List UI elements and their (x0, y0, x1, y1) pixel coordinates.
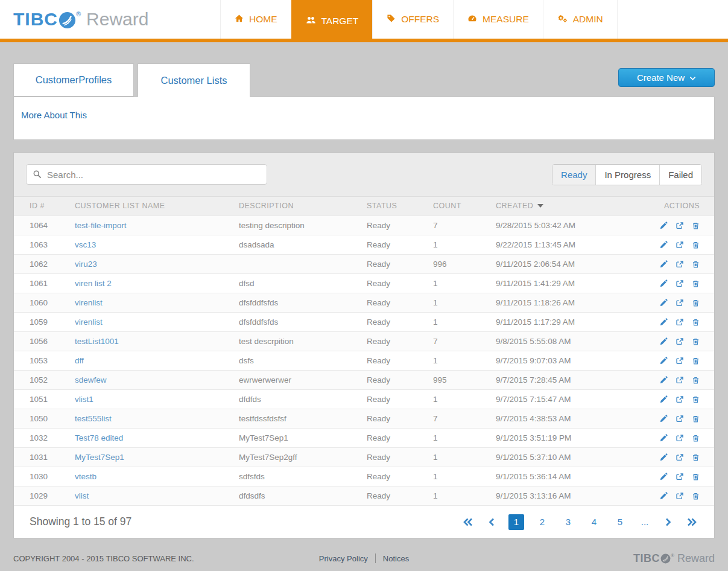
customer-list-name-link[interactable]: vlist1 (75, 395, 93, 404)
delete-icon[interactable] (692, 260, 700, 269)
column-header-name[interactable]: CUSTOMER LIST NAME (69, 197, 233, 215)
row-created: 9/11/2015 1:17:29 AM (490, 312, 646, 331)
edit-icon[interactable] (659, 492, 668, 500)
delete-icon[interactable] (692, 279, 700, 288)
row-created: 9/1/2015 3:13:16 AM (490, 486, 646, 505)
table-row: 1030 vtestb sdfsfds Ready 1 9/1/2015 5:3… (14, 467, 714, 486)
delete-icon[interactable] (692, 473, 700, 481)
column-header-created[interactable]: CREATED (490, 197, 646, 215)
customer-list-name-link[interactable]: virenlist (75, 317, 103, 327)
tab-customer-profiles[interactable]: CustomerProfiles (13, 63, 134, 97)
column-header-count[interactable]: COUNT (428, 197, 490, 215)
edit-icon[interactable] (659, 415, 668, 423)
delete-icon[interactable] (692, 415, 700, 423)
page-button-3[interactable]: 3 (560, 514, 576, 530)
delete-icon[interactable] (692, 357, 700, 365)
customer-list-name-link[interactable]: viru23 (75, 260, 97, 269)
edit-icon[interactable] (659, 279, 668, 288)
open-external-icon[interactable] (676, 376, 684, 384)
open-external-icon[interactable] (676, 299, 684, 307)
footer-links: Privacy Policy Notices (319, 553, 409, 563)
row-actions (646, 409, 714, 428)
delete-icon[interactable] (692, 318, 700, 327)
row-id: 1059 (14, 312, 69, 331)
column-header-id[interactable]: ID # (14, 197, 69, 215)
open-external-icon[interactable] (676, 318, 684, 327)
customer-list-name-link[interactable]: test-file-import (75, 221, 127, 230)
page-button-5[interactable]: 5 (612, 514, 628, 530)
nav-item-offers[interactable]: OFFERS (372, 0, 453, 39)
open-external-icon[interactable] (676, 492, 684, 500)
nav-item-home[interactable]: HOME (220, 0, 291, 39)
edit-icon[interactable] (659, 376, 668, 384)
tab-customer-lists[interactable]: Customer Lists (138, 63, 250, 97)
open-external-icon[interactable] (676, 241, 684, 249)
row-description: dfsfddfsfds (233, 312, 361, 331)
edit-icon[interactable] (659, 434, 668, 442)
open-external-icon[interactable] (676, 395, 684, 404)
customer-list-name-link[interactable]: vtestb (75, 472, 97, 481)
edit-icon[interactable] (659, 222, 668, 230)
customer-list-name-link[interactable]: dff (75, 356, 84, 365)
open-external-icon[interactable] (676, 279, 684, 288)
delete-icon[interactable] (692, 337, 700, 346)
delete-icon[interactable] (692, 395, 700, 404)
customer-list-name-link[interactable]: sdewfew (75, 375, 107, 384)
filter-ready-button[interactable]: Ready (552, 165, 595, 185)
delete-icon[interactable] (692, 453, 700, 462)
nav-item-measure[interactable]: MEASURE (453, 0, 543, 39)
delete-icon[interactable] (692, 492, 700, 500)
edit-icon[interactable] (659, 318, 668, 327)
open-external-icon[interactable] (676, 260, 684, 269)
column-header-description[interactable]: DESCRIPTION (233, 197, 361, 215)
nav-item-target[interactable]: TARGET (291, 0, 373, 42)
open-external-icon[interactable] (676, 222, 684, 230)
delete-icon[interactable] (692, 376, 700, 384)
open-external-icon[interactable] (676, 357, 684, 365)
open-external-icon[interactable] (676, 337, 684, 346)
more-about-this-link[interactable]: More About This (21, 110, 87, 120)
delete-icon[interactable] (692, 299, 700, 307)
edit-icon[interactable] (659, 337, 668, 346)
next-page-button[interactable] (662, 518, 675, 526)
row-count: 1 (428, 447, 490, 467)
first-page-button[interactable] (461, 518, 475, 526)
edit-icon[interactable] (659, 299, 668, 307)
open-external-icon[interactable] (676, 434, 684, 442)
edit-icon[interactable] (659, 260, 668, 269)
page-button-1[interactable]: 1 (508, 514, 524, 530)
open-external-icon[interactable] (676, 415, 684, 423)
open-external-icon[interactable] (676, 473, 684, 481)
edit-icon[interactable] (659, 395, 668, 404)
page-button-2[interactable]: 2 (534, 514, 550, 530)
customer-list-name-link[interactable]: test555list (75, 414, 112, 423)
nav-item-admin[interactable]: ADMIN (543, 0, 618, 39)
last-page-button[interactable] (685, 518, 698, 526)
privacy-policy-link[interactable]: Privacy Policy (319, 554, 368, 563)
customer-list-name-link[interactable]: testList1001 (75, 337, 119, 346)
customer-list-name-link[interactable]: viren list 2 (75, 279, 112, 288)
edit-icon[interactable] (659, 473, 668, 481)
open-external-icon[interactable] (676, 453, 684, 462)
customer-list-name-link[interactable]: MyTest7Sep1 (75, 453, 124, 462)
customer-list-name-link[interactable]: vlist (75, 491, 89, 500)
previous-page-button[interactable] (485, 518, 498, 526)
page-button-4[interactable]: 4 (586, 514, 602, 530)
delete-icon[interactable] (692, 434, 700, 442)
edit-icon[interactable] (659, 241, 668, 249)
filter-failed-button[interactable]: Failed (659, 165, 701, 185)
filter-in-progress-button[interactable]: In Progress (595, 165, 659, 185)
edit-icon[interactable] (659, 357, 668, 365)
notices-link[interactable]: Notices (383, 554, 409, 563)
table-row: 1060 virenlist dfsfddfsfds Ready 1 9/11/… (14, 293, 714, 312)
delete-icon[interactable] (692, 241, 700, 249)
create-new-button[interactable]: Create New (618, 68, 715, 87)
edit-icon[interactable] (659, 453, 668, 462)
search-input[interactable] (26, 164, 267, 185)
delete-icon[interactable] (692, 222, 700, 230)
customer-list-name-link[interactable]: vsc13 (75, 240, 96, 249)
customer-list-name-link[interactable]: virenlist (75, 298, 103, 307)
column-header-status[interactable]: STATUS (361, 197, 428, 215)
customer-list-name-link[interactable]: Test78 edited (75, 433, 123, 442)
sort-desc-icon (537, 204, 543, 208)
